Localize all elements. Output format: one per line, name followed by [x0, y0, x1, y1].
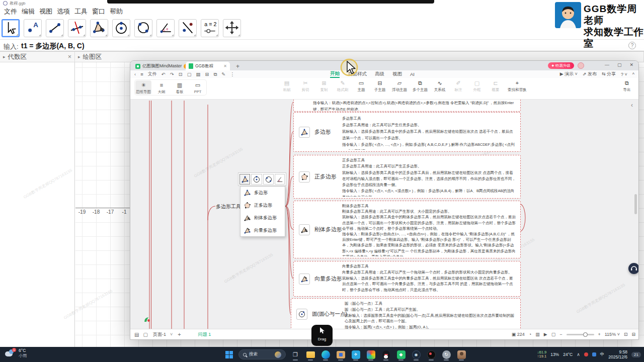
tray-red-icon[interactable]	[584, 352, 588, 356]
tool-circle-center-point-button[interactable]	[112, 19, 130, 37]
chevron-right-icon[interactable]: ▸	[78, 54, 80, 59]
tool-reflection-button[interactable]	[179, 19, 197, 37]
fit-window-icon[interactable]: ⊟	[631, 332, 635, 337]
ggb-input-bar[interactable]: 输入: t1 = 多边形(A, B, C) ?	[0, 39, 644, 51]
tool-line-button[interactable]	[46, 19, 64, 37]
toolbox-item-polygon[interactable]: 多边形	[240, 187, 285, 199]
menu-edit[interactable]: 编辑	[22, 7, 35, 16]
net-speed-monitor[interactable]: ↓61.9 ↑19.1	[537, 350, 546, 359]
weather-widget[interactable]: 1 6°C 小雨	[5, 348, 27, 358]
kanban-icon[interactable]: ▥	[535, 332, 540, 337]
more-icon[interactable]: ⋮	[230, 71, 235, 77]
boundary-button[interactable]: ▢外框	[470, 80, 484, 93]
menu-help[interactable]: 帮助	[110, 7, 123, 16]
menu-tools[interactable]: 工具	[74, 7, 88, 16]
relationship-button[interactable]: ∿关系线	[433, 80, 446, 93]
taskbar-icon-blue-app[interactable]: ✈	[350, 348, 361, 360]
topic-node[interactable]: 多边形	[299, 127, 332, 138]
algebra-panel[interactable]	[0, 62, 75, 347]
find-replace-button[interactable]: ⌖查找和替换	[508, 80, 527, 93]
tool-slider-button[interactable]: a = 2	[201, 19, 219, 37]
subtopic-button[interactable]: ⊟子主题	[373, 80, 386, 93]
close-tab-icon[interactable]: ✕	[223, 64, 227, 68]
tab-ai[interactable]: AI	[410, 71, 415, 77]
tool-move-button[interactable]	[2, 19, 20, 37]
zoom-level[interactable]: 115% ˅	[605, 332, 620, 337]
redo-icon[interactable]: ↷	[170, 71, 174, 77]
input-value[interactable]: t1 = 多边形(A, B, C)	[21, 42, 85, 51]
topic-button[interactable]: ▭主题	[355, 80, 368, 93]
tab-view[interactable]: 视图	[392, 71, 402, 77]
cpu-usage[interactable]: 13%	[550, 352, 559, 357]
drag-handle-overlay[interactable]: Drag	[311, 325, 333, 346]
user-avatar[interactable]	[578, 62, 584, 69]
promo-badge[interactable]: ◆特惠升级	[548, 62, 574, 69]
taskbar-icon-obs[interactable]	[426, 348, 437, 360]
frame-icon[interactable]: ▢	[551, 332, 556, 337]
taskbar-icon-edge[interactable]	[320, 348, 331, 360]
export-button[interactable]: ⧉导出	[620, 80, 633, 93]
paste-button[interactable]: ▤粘贴	[280, 80, 293, 93]
collapse-ribbon-icon[interactable]: ^	[632, 72, 634, 77]
taskbar-icon-explorer[interactable]	[305, 348, 316, 360]
topic-box-rigid-polygon[interactable]: 刚体多边形 刚体多边形工具 刚体多边形工具用途：此工具可以产生形状、大小固定的多…	[293, 201, 521, 258]
menu-options[interactable]: 选项	[57, 7, 70, 16]
publish-button[interactable]: ⇗ 发布	[583, 71, 597, 77]
page-tab[interactable]: 页面-1	[153, 331, 166, 338]
open-icon[interactable]: ▢	[187, 71, 192, 77]
floating-topic-button[interactable]: ▱浮动主题	[392, 80, 407, 93]
taskbar-icon-task-view[interactable]: ❐	[290, 348, 301, 360]
view-mode-mindmap[interactable]: ✳思维导图	[135, 80, 151, 95]
topic-box-vector-polygon[interactable]: 向量多边形 向量多边形工具 向量多边形工具用途：此工具可以产生一个拖动第一个点时…	[293, 261, 521, 297]
topic-node[interactable]: 圆(圆心与一点)	[296, 309, 348, 320]
export-quick-icon[interactable]: ⧉	[214, 71, 217, 77]
topic-box-locus[interactable]: 指令输入：轨迹(<构造轨迹的点>,<控制点>),轨迹(<构造轨迹的点>,<参数>…	[293, 100, 521, 112]
zoom-slider-knob[interactable]	[583, 332, 588, 337]
callout-button[interactable]: ✐标注	[452, 80, 465, 93]
view-mode-kanban[interactable]: ▥看板	[172, 80, 188, 95]
summary-button[interactable]: ⊏概要	[489, 80, 502, 93]
edit-icon[interactable]: ✎	[221, 71, 225, 77]
zoom-in-icon[interactable]: +	[598, 332, 601, 337]
tool-angle-button[interactable]: α	[156, 19, 175, 37]
start-button[interactable]	[223, 348, 234, 360]
tool-polygon-button[interactable]	[90, 19, 108, 37]
recorder-collapsed-bar[interactable]	[107, 0, 434, 4]
mm-canvas[interactable]: GGB数学周老师QQ787163155 GGB数学周老师QQ787163155 …	[130, 100, 638, 330]
collapse-panel-icon[interactable]: ‹	[631, 102, 633, 109]
present-button[interactable]: ▶ 演示 ˅	[560, 71, 578, 77]
view-mode-ppt[interactable]: ▭PPT	[190, 80, 206, 95]
close-icon[interactable]: ✕	[629, 62, 633, 67]
taskbar-icon-qq[interactable]	[380, 348, 391, 360]
clock[interactable]: 9:58 2025/12/6	[608, 349, 627, 359]
taskbar-icon-mindmaster[interactable]: ◆	[395, 348, 407, 360]
outline-view-icon[interactable]: ▤	[134, 332, 139, 337]
file-menu[interactable]: 文件	[148, 71, 157, 77]
minimize-icon[interactable]: —	[605, 62, 609, 67]
view-mode-outline[interactable]: ≡大纲	[153, 80, 170, 95]
tray-expand-icon[interactable]: ∧	[577, 352, 580, 357]
play-icon[interactable]: ▶	[544, 332, 547, 337]
cut-button[interactable]: ✂剪切	[299, 80, 312, 93]
menu-view[interactable]: 视图	[39, 7, 52, 16]
topic-node[interactable]: 向量多边形	[299, 274, 343, 285]
central-topic[interactable]: 多边形工具	[216, 203, 241, 210]
status-green-label[interactable]: 问题 1	[198, 331, 211, 338]
taskbar-icon-sync[interactable]: ↻	[441, 348, 452, 360]
topic-box-regular-polygon[interactable]: 正多边形 正多边形工具 正多边形工具用途：此工具可以产生正多边形。 鼠标输入：选…	[293, 155, 521, 199]
taskbar-icon-store[interactable]	[335, 348, 346, 360]
add-page-button[interactable]: +	[178, 331, 181, 337]
vertical-scrollbar[interactable]	[634, 194, 637, 214]
temperature[interactable]: 24°C	[563, 352, 573, 357]
timer-icon[interactable]: ◔	[529, 332, 531, 337]
maximize-icon[interactable]: ▢	[617, 62, 622, 67]
page-dropdown-icon[interactable]: ˅	[170, 332, 173, 337]
format-painter-button[interactable]: ✎格式刷	[336, 80, 349, 93]
tool-move-canvas-button[interactable]	[223, 19, 241, 37]
topic-box-polygon[interactable]: 多边形 多边形工具 多边形工具用途：此工具可以产生任意多边形。 鼠标输入：选择多…	[293, 112, 521, 152]
topic-node[interactable]: 刚体多边形	[299, 224, 343, 235]
notification-badge[interactable]: 21	[631, 352, 641, 357]
hamburger-icon[interactable]: ≡	[140, 71, 143, 77]
copy-button[interactable]: ⊞复制	[317, 80, 331, 93]
menu-window[interactable]: 窗口	[92, 7, 105, 16]
